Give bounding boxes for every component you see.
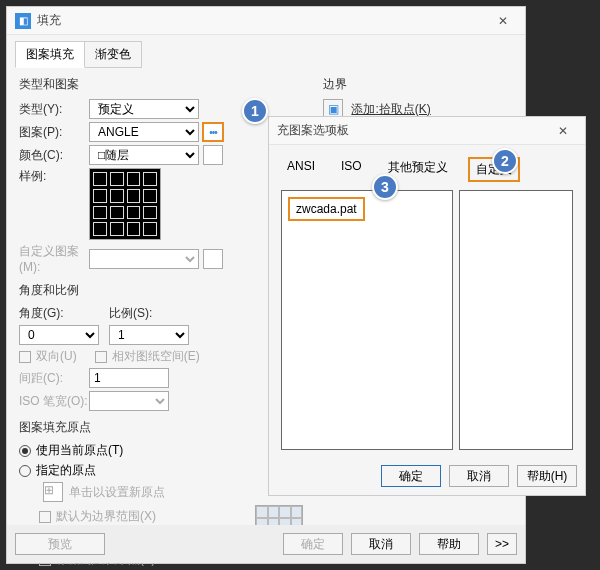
type-select[interactable]: 预定义 bbox=[89, 99, 199, 119]
bidir-label: 双向(U) bbox=[36, 348, 77, 365]
main-title: 填充 bbox=[37, 12, 489, 29]
custom-pattern-browse bbox=[203, 249, 223, 269]
specified-origin-label: 指定的原点 bbox=[36, 462, 96, 479]
scale-label: 比例(S): bbox=[109, 305, 179, 322]
hatch-sample-preview[interactable] bbox=[89, 168, 161, 240]
tab-iso[interactable]: ISO bbox=[335, 157, 368, 182]
set-origin-button: ⊞ bbox=[43, 482, 63, 502]
group-title-boundary: 边界 bbox=[323, 76, 513, 93]
radio-current-origin[interactable] bbox=[19, 445, 31, 457]
expand-button[interactable]: >> bbox=[487, 533, 517, 555]
bidir-checkbox[interactable] bbox=[19, 351, 31, 363]
spacing-input[interactable] bbox=[89, 368, 169, 388]
pattern-select[interactable]: ANGLE bbox=[89, 122, 199, 142]
pattern-file-list[interactable]: zwcada.pat bbox=[281, 190, 453, 450]
relpaper-checkbox[interactable] bbox=[95, 351, 107, 363]
ellipsis-icon: ••• bbox=[209, 127, 217, 138]
close-icon[interactable]: ✕ bbox=[489, 14, 517, 28]
group-title-type: 类型和图案 bbox=[19, 76, 303, 93]
type-label: 类型(Y): bbox=[19, 101, 89, 118]
isopen-select bbox=[89, 391, 169, 411]
color-select[interactable]: □随层 bbox=[89, 145, 199, 165]
isopen-label: ISO 笔宽(O): bbox=[19, 393, 89, 410]
sample-label: 样例: bbox=[19, 168, 89, 185]
callout-1: 1 bbox=[242, 98, 268, 124]
color-label: 颜色(C): bbox=[19, 147, 89, 164]
custom-pattern-select bbox=[89, 249, 199, 269]
palette-cancel-button[interactable]: 取消 bbox=[449, 465, 509, 487]
cancel-button[interactable]: 取消 bbox=[351, 533, 411, 555]
current-origin-label: 使用当前原点(T) bbox=[36, 442, 123, 459]
tab-hatch[interactable]: 图案填充 bbox=[15, 41, 85, 68]
palette-ok-button[interactable]: 确定 bbox=[381, 465, 441, 487]
main-titlebar: ◧ 填充 ✕ bbox=[7, 7, 525, 35]
custom-pattern-label: 自定义图案(M): bbox=[19, 243, 89, 274]
palette-body: ANSI ISO 其他预定义 自定义 zwcada.pat bbox=[269, 145, 585, 458]
palette-button-row: 确定 取消 帮助(H) bbox=[269, 457, 585, 495]
palette-close-icon[interactable]: ✕ bbox=[549, 124, 577, 138]
palette-tabs: ANSI ISO 其他预定义 自定义 bbox=[281, 153, 573, 190]
callout-2: 2 bbox=[492, 148, 518, 174]
help-button[interactable]: 帮助 bbox=[419, 533, 479, 555]
color-swatch-button[interactable] bbox=[203, 145, 223, 165]
pattern-file-item[interactable]: zwcada.pat bbox=[288, 197, 365, 221]
app-icon: ◧ bbox=[15, 13, 31, 29]
add-pick-link[interactable]: 添加:拾取点(K) bbox=[351, 101, 430, 118]
group-title-origin: 图案填充原点 bbox=[19, 419, 303, 436]
palette-titlebar: 充图案选项板 ✕ bbox=[269, 117, 585, 145]
default-bounds-checkbox[interactable] bbox=[39, 511, 51, 523]
callout-3: 3 bbox=[372, 174, 398, 200]
radio-specified-origin[interactable] bbox=[19, 465, 31, 477]
palette-title: 充图案选项板 bbox=[277, 122, 549, 139]
pattern-preview-box bbox=[459, 190, 574, 450]
relpaper-label: 相对图纸空间(E) bbox=[112, 348, 200, 365]
tab-gradient[interactable]: 渐变色 bbox=[84, 41, 142, 68]
preview-button: 预览 bbox=[15, 533, 105, 555]
scale-select[interactable]: 1 bbox=[109, 325, 189, 345]
tab-ansi[interactable]: ANSI bbox=[281, 157, 321, 182]
spacing-label: 间距(C): bbox=[19, 370, 89, 387]
group-title-angle: 角度和比例 bbox=[19, 282, 303, 299]
default-bounds-label: 默认为边界范围(X) bbox=[56, 508, 156, 525]
pattern-browse-button[interactable]: ••• bbox=[202, 122, 224, 142]
main-button-row: 预览 确定 取消 帮助 >> bbox=[7, 525, 525, 563]
click-set-origin-label: 单击以设置新原点 bbox=[69, 484, 165, 501]
pattern-label: 图案(P): bbox=[19, 124, 89, 141]
angle-label: 角度(G): bbox=[19, 305, 89, 322]
main-tabs: 图案填充 渐变色 bbox=[7, 35, 525, 68]
angle-select[interactable]: 0 bbox=[19, 325, 99, 345]
palette-dialog: 充图案选项板 ✕ ANSI ISO 其他预定义 自定义 zwcada.pat 确… bbox=[268, 116, 586, 496]
group-angle-scale: 角度和比例 角度(G): 比例(S): 0 1 双向(U) 相对图纸空间(E) … bbox=[19, 282, 303, 411]
ok-button: 确定 bbox=[283, 533, 343, 555]
palette-help-button[interactable]: 帮助(H) bbox=[517, 465, 577, 487]
